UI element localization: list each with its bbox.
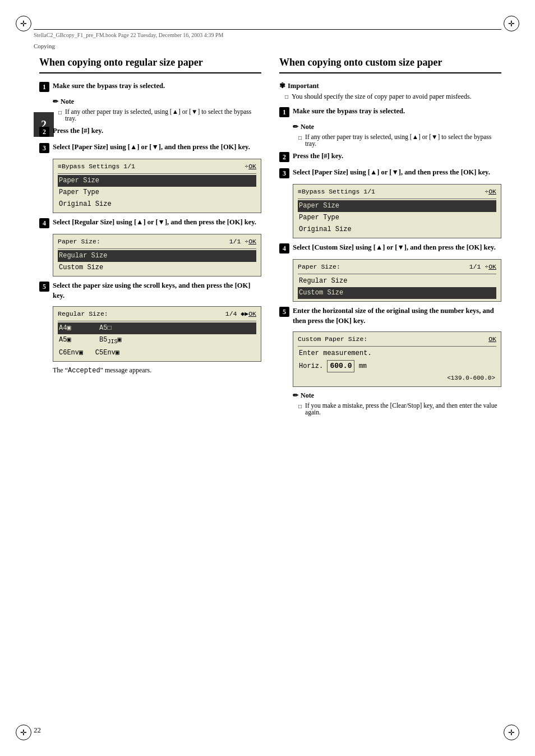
right-column: When copying onto custom size paper Impo… [279, 56, 501, 722]
right-step-5-num: 5 [279, 307, 289, 317]
right-step-3: 3 Select [Paper Size] using [▲] or [▼], … [279, 168, 501, 178]
header-file-text: StellaC2_GBcopy_F1_pre_FM.book Page 22 T… [34, 32, 224, 38]
important-box: Important You should specify the size of… [279, 81, 501, 101]
lcd3-row-1: A4▣ A5□ [58, 322, 256, 334]
right-lcd3-row-2: Horiz. 600.0 mm [298, 359, 496, 374]
lcd-screen-1: ≡Bypass Settings 1/1÷OK Paper Size Paper… [53, 159, 261, 213]
lcd3-row-3: C6Env▣ C5Env▣ [58, 347, 256, 359]
right-lcd1-row-1: Paper Size [298, 200, 496, 212]
right-lcd2-header: Paper Size:1/1 ÷OK [298, 262, 496, 274]
lcd3-header: Regular Size:1/4 ◆▶OK [58, 309, 256, 321]
right-note-1-title: Note [293, 123, 501, 131]
right-note-2-item: If you make a mistake, press the [Clear/… [298, 402, 501, 416]
right-step-4-text: Select [Custom Size] using [▲] or [▼], a… [293, 243, 496, 253]
right-note-1-item: If any other paper tray is selected, usi… [298, 133, 501, 147]
important-title: Important [279, 81, 501, 90]
right-step-1: 1 Make sure the bypass tray is selected. [279, 107, 501, 117]
important-item: You should specify the size of copy pape… [285, 93, 501, 101]
right-lcd2-row-1: Regular Size [298, 275, 496, 287]
step-1-num: 1 [39, 82, 49, 92]
step-1: 1 Make sure the bypass tray is selected. [39, 81, 261, 92]
left-column: When copying onto regular size paper 1 M… [34, 56, 261, 722]
step-4-text: Select [Regular Size] using [▲] or [▼], … [53, 218, 256, 228]
step-3-num: 3 [39, 143, 49, 153]
right-step-3-text: Select [Paper Size] using [▲] or [▼], an… [293, 168, 490, 178]
lcd3-row-2: A5▣ B5JIS▣ [58, 334, 256, 347]
right-lcd3-header: Custom Paper Size:OK [298, 334, 496, 346]
lcd1-header: ≡Bypass Settings 1/1÷OK [58, 162, 256, 173]
right-lcd1-header: ≡Bypass Settings 1/1÷OK [298, 187, 496, 199]
right-lcd3-row-3: <139.0-600.0> [298, 373, 496, 384]
right-step-5: 5 Enter the horizontal size of the origi… [279, 306, 501, 326]
right-step-2-num: 2 [279, 152, 289, 162]
lcd2-header: Paper Size:1/1 ÷OK [58, 237, 256, 248]
lcd2-row-1: Regular Size [58, 250, 256, 262]
left-section-title: When copying onto regular size paper [39, 56, 261, 73]
step-2-text: Press the [#] key. [53, 126, 103, 136]
right-step-1-num: 1 [279, 107, 289, 117]
right-note-1: Note If any other paper tray is selected… [293, 123, 501, 147]
step-3-text: Select [Paper Size] using [▲] or [▼], an… [53, 142, 250, 153]
breadcrumb: Copying [34, 43, 55, 49]
main-content: When copying onto regular size paper 1 M… [34, 56, 501, 722]
note-1-item: If any other paper tray is selected, usi… [58, 108, 261, 122]
right-lcd-screen-2: Paper Size:1/1 ÷OK Regular Size Custom S… [293, 259, 501, 302]
right-lcd-screen-3: Custom Paper Size:OK Enter measurement. … [293, 331, 501, 387]
right-step-2: 2 Press the [#] key. [279, 151, 501, 162]
right-step-4: 4 Select [Custom Size] using [▲] or [▼],… [279, 243, 501, 253]
corner-mark-bl [16, 725, 31, 740]
right-section-title: When copying onto custom size paper [279, 56, 501, 73]
step-5: 5 Select the paper size using the scroll… [39, 281, 261, 301]
page-number: 22 [34, 726, 41, 735]
right-step-1-text: Make sure the bypass tray is selected. [293, 107, 405, 117]
corner-mark-tl [16, 16, 31, 31]
right-lcd1-row-3: Original Size [298, 224, 496, 236]
header-bar: StellaC2_GBcopy_F1_pre_FM.book Page 22 T… [34, 29, 501, 38]
right-step-5-text: Enter the horizontal size of the origina… [293, 306, 501, 326]
step-4: 4 Select [Regular Size] using [▲] or [▼]… [39, 218, 261, 228]
lcd2-row-2: Custom Size [58, 262, 256, 274]
corner-mark-tr [504, 16, 519, 31]
step-5-text: Select the paper size using the scroll k… [53, 281, 261, 301]
step-1-text: Make sure the bypass tray is selected. [53, 81, 165, 91]
lcd1-row-3: Original Size [58, 199, 256, 210]
right-step-4-num: 4 [279, 243, 289, 253]
note-1: Note If any other paper tray is selected… [53, 98, 261, 122]
right-note-2-title: Note [293, 391, 501, 400]
right-lcd3-row-1: Enter measurement. [298, 348, 496, 359]
lcd1-row-1: Paper Size [58, 175, 256, 187]
step-2: 2 Press the [#] key. [39, 126, 261, 137]
step-4-num: 4 [39, 218, 49, 228]
right-step-2-text: Press the [#] key. [293, 151, 343, 162]
right-lcd-screen-1: ≡Bypass Settings 1/1÷OK Paper Size Paper… [293, 184, 501, 238]
lcd-screen-3: Regular Size:1/4 ◆▶OK A4▣ A5□ A5▣ B5JIS▣… [53, 306, 261, 362]
right-lcd1-row-2: Paper Type [298, 212, 496, 224]
note-1-title: Note [53, 98, 261, 106]
right-note-2: Note If you make a mistake, press the [C… [293, 391, 501, 416]
lcd-screen-2: Paper Size:1/1 ÷OK Regular Size Custom S… [53, 234, 261, 276]
step-2-num: 2 [39, 127, 49, 137]
right-lcd2-row-2: Custom Size [298, 287, 496, 299]
lcd1-row-2: Paper Type [58, 187, 256, 199]
corner-mark-br [504, 725, 519, 740]
step-5-num: 5 [39, 282, 49, 292]
right-step-3-num: 3 [279, 168, 289, 178]
accepted-message: The “Accepted” message appears. [53, 366, 261, 375]
horiz-value: 600.0 [327, 360, 354, 373]
step-3: 3 Select [Paper Size] using [▲] or [▼], … [39, 142, 261, 153]
